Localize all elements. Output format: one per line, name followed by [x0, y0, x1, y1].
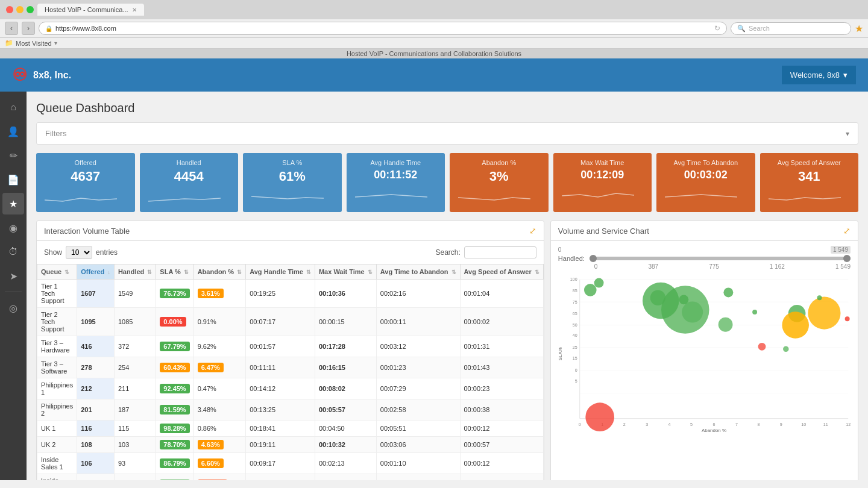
cell-offered: 212: [77, 378, 115, 399]
chart-slider-area: 0 1 549 Handled: 0: [551, 241, 858, 275]
address-bar[interactable]: 🔒 https://www.8x8.com ↻: [39, 22, 727, 35]
cell-abandon: 3.48%: [193, 399, 246, 421]
entries-select[interactable]: 10 25 50: [66, 246, 92, 259]
bookmarks-text: Most Visited: [16, 40, 52, 47]
cell-max-wait: 00:16:15: [315, 357, 376, 378]
browser-tab[interactable]: Hosted VoIP - Communica... ✕: [37, 4, 144, 16]
filters-bar: Filters ▾: [36, 122, 858, 145]
th-sla[interactable]: SLA % ⇅: [156, 264, 193, 280]
bookmark-icon[interactable]: ★: [855, 23, 863, 34]
metric-card-max-wait: Max Wait Time 00:12:09: [553, 153, 652, 212]
sidebar-icon-clock[interactable]: ⏱: [2, 241, 24, 263]
th-queue[interactable]: Queue ⇅: [37, 264, 77, 280]
cell-handled: 56: [114, 474, 156, 481]
bubble-tier3sw: [718, 318, 732, 332]
sidebar-icon-star[interactable]: ★: [2, 193, 24, 214]
slider-handle-left[interactable]: [590, 255, 597, 262]
metric-value-offered: 4637: [45, 169, 127, 184]
reload-icon[interactable]: ↻: [714, 24, 720, 33]
back-button[interactable]: ‹: [5, 22, 18, 35]
svg-text:65: 65: [573, 311, 577, 316]
welcome-menu[interactable]: Welcome, 8x8 ▾: [782, 66, 856, 84]
cell-max-wait: 00:10:36: [315, 280, 376, 308]
cell-avg-speed: 00:00:12: [460, 421, 543, 437]
minimize-button[interactable]: [16, 6, 24, 13]
chart-section: Volume and Service Chart ⤢ 0 1 549 Handl…: [550, 221, 858, 480]
cell-max-wait: 00:00:15: [315, 308, 376, 336]
forward-button[interactable]: ›: [22, 22, 35, 35]
y-axis-label: SLA%: [557, 347, 562, 360]
th-offered[interactable]: Offered ↓: [77, 264, 115, 280]
sidebar-icon-circle[interactable]: ◎: [2, 297, 24, 319]
th-handled[interactable]: Handled ⇅: [114, 264, 156, 280]
x-axis-tick-1162: 1 162: [770, 263, 785, 270]
cell-avg-speed: 00:00:57: [460, 437, 543, 453]
scatter-chart-svg: SLA% 1: [556, 275, 853, 433]
th-abandon[interactable]: Abandon % ⇅: [193, 264, 246, 280]
cell-queue: Philippines 2: [37, 399, 77, 421]
metric-card-handled: Handled 4454: [140, 153, 239, 212]
search-bar[interactable]: 🔍 Search: [731, 22, 851, 35]
th-max-wait[interactable]: Max Wait Time ⇅: [315, 264, 376, 280]
tab-label: Hosted VoIP - Communica...: [45, 6, 128, 13]
maximize-button[interactable]: [27, 6, 34, 13]
bubble-dot3: [783, 346, 789, 352]
tab-close-icon[interactable]: ✕: [132, 7, 137, 13]
cell-abandon: 6.60%: [193, 453, 246, 474]
table-search-input[interactable]: [464, 246, 536, 258]
traffic-lights: [6, 6, 34, 13]
filters-expand-icon[interactable]: ▾: [846, 130, 849, 138]
svg-text:50: 50: [573, 323, 577, 328]
cell-avg-time-abandon: 00:03:06: [376, 437, 460, 453]
cell-offered: 1607: [77, 280, 115, 308]
cell-avg-time-abandon: 00:02:58: [376, 399, 460, 421]
bubble-ph1: [584, 284, 597, 296]
slider-track[interactable]: [590, 257, 851, 260]
table-expand-icon[interactable]: ⤢: [529, 226, 536, 236]
cell-sla: 86.79%: [156, 453, 193, 474]
app-body: ⌂ 👤 ✏ 📄 ★ ◉ ⏱ ➤ ◎ Queue Dashboard Filter…: [0, 92, 868, 480]
cell-avg-time-abandon: 00:01:10: [376, 453, 460, 474]
cell-avg-time-abandon: 00:03:12: [376, 336, 460, 357]
sidebar-icon-people[interactable]: 👤: [2, 120, 24, 142]
filters-label: Filters: [45, 129, 66, 138]
table-row: Tier 2 Tech Support 1095 1085 0.00% 0.91…: [37, 308, 544, 336]
cell-avg-handle: 00:01:57: [246, 336, 315, 357]
table-row: Tier 3 – Software 278 254 60.43% 6.47% 0…: [37, 357, 544, 378]
metric-label-avg-speed: Avg Speed of Answer: [769, 159, 851, 166]
th-avg-time-abandon[interactable]: Avg Time to Abandon ⇅: [376, 264, 460, 280]
bookmarks-label: 📁: [5, 39, 13, 47]
bottom-section: Interaction Volume Table ⤢ Show 10 25 50…: [36, 221, 858, 480]
cell-avg-speed: 00:00:23: [460, 378, 543, 399]
cell-offered: 1095: [77, 308, 115, 336]
th-avg-handle[interactable]: Avg Handle Time ⇅: [246, 264, 315, 280]
slider-handle-right[interactable]: [843, 255, 851, 262]
sidebar-icon-edit[interactable]: ✏: [2, 145, 24, 166]
sidebar-icon-home[interactable]: ⌂: [2, 96, 24, 118]
th-avg-speed[interactable]: Avg Speed of Answer ⇅: [460, 264, 543, 280]
main-content: Queue Dashboard Filters ▾ Offered 4637 H…: [27, 92, 868, 480]
table-row: Philippines 2 201 187 81.59% 3.48% 00:13…: [37, 399, 544, 421]
metric-label-handled: Handled: [148, 159, 230, 166]
svg-text:0: 0: [579, 422, 581, 427]
cell-offered: 201: [77, 399, 115, 421]
cell-queue: Inside Sales 1: [37, 453, 77, 474]
sparkline-avg-handle: [355, 186, 437, 203]
metric-value-handled: 4454: [148, 169, 230, 184]
slider-fill: [590, 257, 851, 260]
sidebar-icon-forward[interactable]: ➤: [2, 265, 24, 287]
close-button[interactable]: [6, 6, 13, 13]
svg-text:15: 15: [573, 356, 577, 361]
sidebar-icon-document[interactable]: 📄: [2, 169, 24, 190]
svg-text:5: 5: [690, 422, 693, 427]
sparkline-abandon: [458, 189, 540, 206]
entries-label: entries: [96, 248, 118, 257]
show-label: Show: [44, 248, 62, 257]
cell-abandon: 9.62%: [193, 336, 246, 357]
show-entries-control: Show 10 25 50 entries: [44, 246, 118, 259]
cell-sla: 98.28%: [156, 421, 193, 437]
chart-expand-icon[interactable]: ⤢: [843, 226, 851, 236]
sidebar-icon-eye[interactable]: ◉: [2, 217, 24, 239]
cell-avg-speed: 00:01:31: [460, 336, 543, 357]
bubble-dot1: [752, 310, 757, 314]
